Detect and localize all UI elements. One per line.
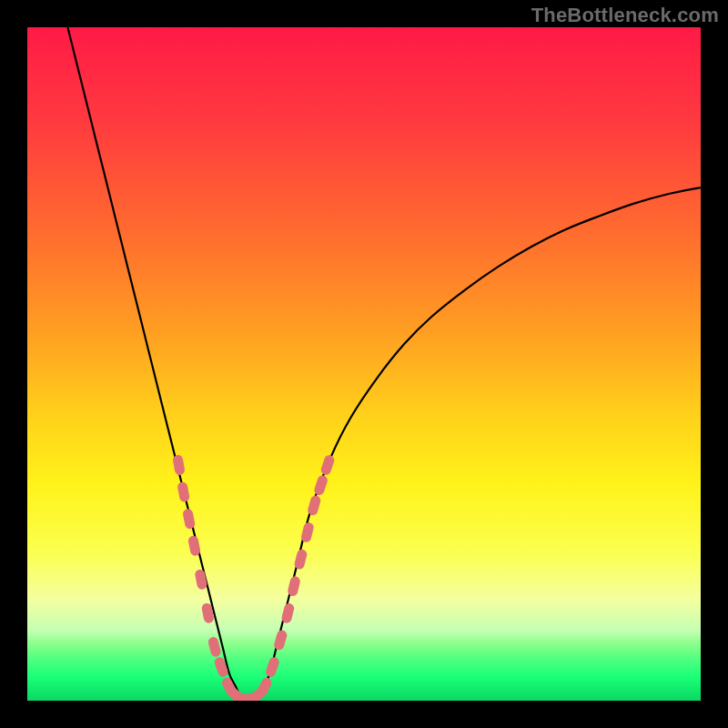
curve-marker [265,656,281,678]
curve-line [67,27,701,701]
watermark-text: TheBottleneck.com [531,4,719,27]
curve-marker [287,575,301,597]
curve-marker [187,535,201,557]
curve-marker [273,629,288,651]
curve-marker [300,521,315,543]
curve-marker [307,494,322,516]
chart-frame: TheBottleneck.com [0,0,728,728]
curve-marker [319,454,335,476]
curve-markers [172,454,336,701]
curve-marker [207,636,222,658]
curve-marker [313,474,329,496]
curve-marker [293,549,308,571]
curve-marker [194,569,207,591]
curve-marker [280,602,295,624]
bottleneck-curve [27,27,701,701]
curve-marker [177,481,190,503]
curve-marker [182,508,196,530]
plot-area [27,27,701,701]
curve-marker [172,454,186,476]
